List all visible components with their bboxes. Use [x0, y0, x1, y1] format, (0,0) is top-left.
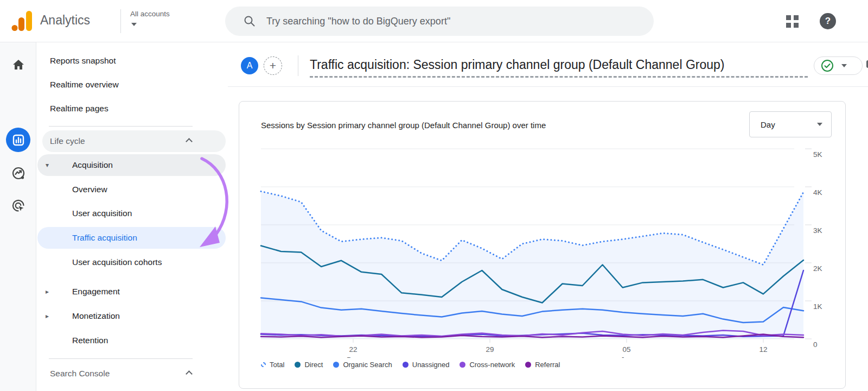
legend-label: Unassigned [412, 361, 450, 369]
nav-item-acquisition[interactable]: ▾ Acquisition [36, 154, 228, 176]
y-tick-label: 2K [813, 264, 822, 273]
area-fill-total [261, 191, 803, 339]
x-tick-label: 22 [349, 345, 357, 354]
nav-section-life-cycle[interactable]: Life cycle [36, 130, 228, 152]
top-bar: Analytics All accounts ? [0, 0, 868, 42]
explore-icon[interactable] [0, 166, 36, 180]
nav-item-traffic-acquisition[interactable]: Traffic acquisition [36, 227, 228, 249]
nav-item-realtime-pages[interactable]: Realtime pages [36, 98, 228, 119]
legend-item-total[interactable]: Total [261, 361, 284, 369]
nav-divider [49, 126, 193, 127]
legend-label: Cross-network [469, 361, 515, 369]
chart-legend: TotalDirectOrganic SearchUnassignedCross… [261, 361, 560, 369]
nav-item-monetization[interactable]: ▸ Monetization [36, 305, 228, 327]
report-header: A + Traffic acquisition: Session primary… [228, 42, 868, 87]
account-label: All accounts [130, 10, 170, 18]
chevron-up-icon [186, 138, 193, 145]
nav-label: Acquisition [72, 154, 113, 176]
y-tick-label: 1K [813, 302, 822, 311]
legend-item-direct[interactable]: Direct [295, 361, 323, 369]
nav-item-engagement[interactable]: ▸ Engagement [36, 281, 228, 302]
header-divider [298, 55, 298, 76]
caret-down-icon [131, 23, 137, 26]
series-dot-icon [525, 362, 531, 368]
x-tick-label: 05 [622, 345, 630, 354]
nav-section-search-console[interactable]: Search Console [36, 363, 228, 384]
page-title: Traffic acquisition: Session primary cha… [310, 58, 725, 72]
legend-item-cross-network[interactable]: Cross-network [459, 361, 515, 369]
sessions-line-chart[interactable]: 5K4K3K2K1K022Dec2905Jan12 [239, 102, 846, 358]
sessions-chart-card: Sessions by Session primary channel grou… [239, 101, 846, 389]
reports-icon[interactable] [6, 128, 30, 152]
y-tick-label: 3K [813, 226, 822, 235]
series-dot-icon [333, 362, 339, 368]
nav-item-overview[interactable]: Overview [36, 179, 228, 200]
nav-item-user-acquisition[interactable]: User acquisition [36, 203, 228, 224]
caret-down-icon: ▾ [46, 154, 49, 176]
y-tick-label: 0 [813, 340, 818, 349]
chevron-up-icon [186, 370, 193, 377]
section-label: Life cycle [50, 130, 85, 152]
search-bar[interactable] [225, 7, 654, 36]
search-input[interactable] [266, 16, 643, 27]
nav-label: Engagement [72, 281, 120, 302]
y-tick-label: 5K [813, 150, 822, 159]
title-dashed-underline [310, 76, 808, 78]
nav-item-reports-snapshot[interactable]: Reports snapshot [36, 50, 228, 72]
series-dot-icon [295, 362, 301, 368]
nav-label: Overview [72, 179, 107, 200]
help-icon[interactable]: ? [820, 13, 836, 29]
series-dot-icon [459, 362, 465, 368]
nav-divider [49, 358, 193, 359]
icon-rail [0, 42, 36, 391]
nav-item-user-acquisition-cohorts[interactable]: User acquisition cohorts [36, 251, 228, 273]
nav-label: Realtime overview [50, 74, 119, 96]
advertising-icon[interactable] [0, 199, 36, 213]
apps-grid-icon[interactable] [786, 15, 799, 28]
legend-item-unassigned[interactable]: Unassigned [403, 361, 450, 369]
analytics-logo-icon[interactable] [11, 9, 35, 33]
x-tick-label: 29 [486, 345, 494, 354]
caret-right-icon: ▸ [46, 281, 49, 302]
nav-item-realtime-overview[interactable]: Realtime overview [36, 74, 228, 96]
nav-label: Traffic acquisition [72, 227, 137, 249]
report-status-pill[interactable] [814, 56, 863, 75]
legend-item-referral[interactable]: Referral [525, 361, 560, 369]
nav-label: Realtime pages [50, 98, 108, 119]
nav-label: Monetization [72, 305, 120, 327]
caret-right-icon: ▸ [46, 305, 49, 327]
legend-label: Total [270, 361, 284, 369]
caret-down-icon [841, 64, 847, 67]
check-circle-icon [821, 59, 834, 72]
search-icon [244, 15, 256, 27]
account-switcher[interactable]: All accounts [130, 10, 170, 26]
legend-label: Direct [304, 361, 323, 369]
plus-icon[interactable]: + [264, 56, 282, 75]
legend-item-organic-search[interactable]: Organic Search [333, 361, 392, 369]
nav-label: User acquisition cohorts [72, 251, 162, 273]
legend-label: Organic Search [343, 361, 392, 369]
series-dot-icon [403, 362, 409, 368]
nav-label: User acquisition [72, 203, 132, 224]
nav-label: Retention [72, 330, 108, 351]
app-title: Analytics [40, 13, 90, 28]
y-tick-label: 4K [813, 188, 822, 197]
report-nav: Reports snapshot Realtime overview Realt… [36, 42, 228, 391]
section-label: Search Console [50, 363, 110, 384]
x-tick-sublabel: Jan [621, 356, 633, 358]
x-tick-label: 12 [759, 345, 767, 354]
avatar[interactable]: A [241, 57, 258, 74]
dashed-ring-icon [261, 362, 266, 367]
nav-item-retention[interactable]: Retention [36, 330, 228, 351]
nav-label: Reports snapshot [50, 50, 116, 72]
legend-label: Referral [535, 361, 560, 369]
topbar-divider [120, 9, 121, 33]
home-icon[interactable] [0, 58, 36, 71]
x-tick-sublabel: Dec [347, 356, 360, 358]
